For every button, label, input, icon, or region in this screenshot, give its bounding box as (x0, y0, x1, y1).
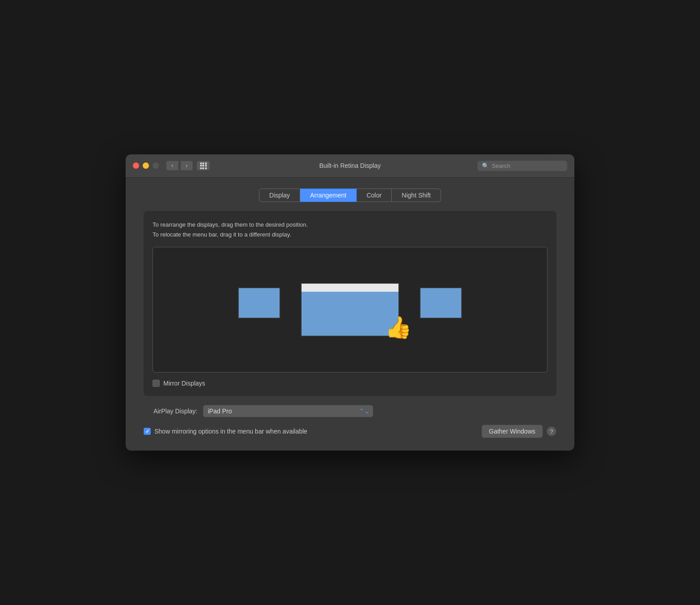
airplay-row: AirPlay Display: iPad Pro ⌃⌄ (144, 405, 556, 417)
airplay-label: AirPlay Display: (144, 408, 197, 415)
display-center[interactable]: 👍 (301, 283, 399, 337)
tab-arrangement[interactable]: Arrangement (300, 189, 357, 202)
airplay-select[interactable]: iPad Pro (203, 405, 373, 417)
mirror-displays-row: Mirror Displays (153, 380, 547, 387)
mirror-displays-checkbox[interactable] (153, 380, 160, 387)
grid-icon (200, 162, 207, 169)
search-bar[interactable]: 🔍 Search (477, 161, 567, 171)
tabs: Display Arrangement Color Night Shift (144, 189, 556, 202)
system-preferences-window: ‹ › Built-in Retina Display 🔍 Search Dis… (126, 154, 574, 451)
titlebar: ‹ › Built-in Retina Display 🔍 Search (126, 154, 574, 178)
show-mirroring-checkbox[interactable]: ✓ (144, 428, 151, 435)
instruction-line2: To relocate the menu bar, drag it to a d… (153, 231, 291, 238)
arrangement-panel: To rearrange the displays, drag them to … (144, 211, 556, 396)
display-right[interactable] (420, 287, 462, 319)
instruction-line1: To rearrange the displays, drag them to … (153, 221, 308, 228)
show-mirroring-row: ✓ Show mirroring options in the menu bar… (144, 428, 307, 435)
traffic-lights (133, 162, 159, 169)
minimize-button[interactable] (143, 162, 149, 169)
tab-color[interactable]: Color (357, 189, 392, 202)
back-button[interactable]: ‹ (166, 161, 179, 171)
instruction-text: To rearrange the displays, drag them to … (153, 220, 547, 240)
maximize-button[interactable] (153, 162, 159, 169)
display-arrangement: 👍 (301, 283, 399, 337)
help-button[interactable]: ? (547, 426, 556, 436)
gather-windows-button[interactable]: Gather Windows (481, 425, 543, 438)
tab-night-shift[interactable]: Night Shift (392, 189, 441, 202)
display-area[interactable]: 👍 (153, 247, 547, 373)
thumbs-up-icon: 👍 (385, 315, 412, 340)
checkmark-icon: ✓ (145, 429, 149, 434)
window-title: Built-in Retina Display (319, 162, 381, 169)
search-placeholder: Search (492, 162, 563, 169)
forward-button[interactable]: › (180, 161, 193, 171)
search-icon: 🔍 (482, 162, 489, 169)
mirror-displays-label: Mirror Displays (163, 380, 205, 387)
airplay-select-wrapper: iPad Pro ⌃⌄ (203, 405, 373, 417)
content: Display Arrangement Color Night Shift To… (126, 178, 574, 451)
bottom-row: ✓ Show mirroring options in the menu bar… (144, 425, 556, 438)
tab-display[interactable]: Display (259, 189, 300, 202)
display-menubar (302, 284, 398, 292)
show-mirroring-label: Show mirroring options in the menu bar w… (154, 428, 307, 435)
grid-button[interactable] (197, 161, 210, 171)
nav-buttons: ‹ › (166, 161, 193, 171)
bottom-controls: AirPlay Display: iPad Pro ⌃⌄ ✓ Show mirr… (144, 405, 556, 438)
display-left[interactable] (238, 287, 280, 319)
close-button[interactable] (133, 162, 139, 169)
